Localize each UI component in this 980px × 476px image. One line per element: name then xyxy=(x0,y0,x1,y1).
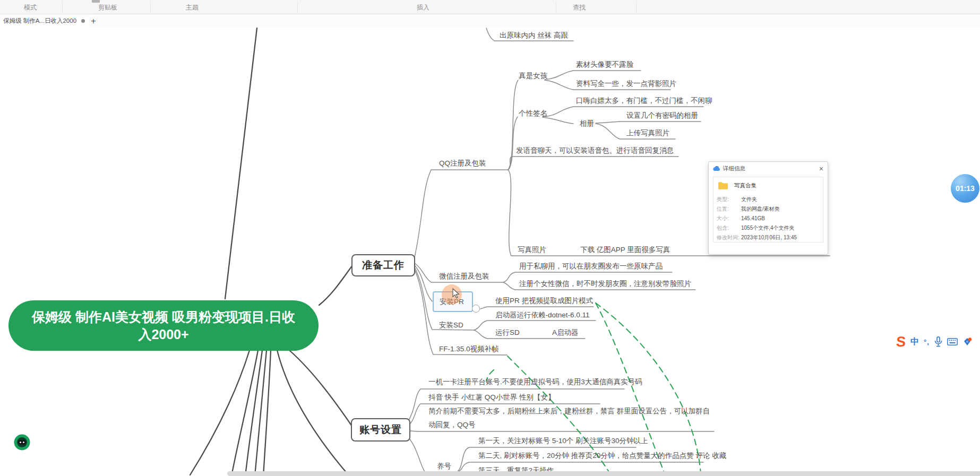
field-value: 145.41GB xyxy=(741,215,765,222)
field-value: 文件夹 xyxy=(741,196,757,203)
document-tab-label: 保姆级 制作A...日收入2000 xyxy=(3,17,76,25)
node-account-setup[interactable]: 账号设置 xyxy=(351,418,410,442)
file-details-dialog: 详细信息 × 写真合集 类型: 文件夹 位置: 我的网盘/素材类 大小: 145… xyxy=(708,161,828,255)
ribbon-group-theme[interactable]: 主题 xyxy=(186,3,199,12)
node-female-wechat[interactable]: 注册个女性微信，时不时发朋友圈，注意别发带脸照片 xyxy=(519,279,691,288)
field-label: 修改时间: xyxy=(717,235,740,241)
central-topic[interactable]: 保姆级 制作AI美女视频 吸男粉变现项目.日收入2000+ xyxy=(8,300,319,351)
node-threshold[interactable]: 口嗨白嫖太多，有门槛，不过门槛，不闲聊 xyxy=(576,96,712,105)
document-tabbar: 保姆级 制作A...日收入2000 + xyxy=(0,14,980,28)
file-name: 写真合集 xyxy=(734,182,757,189)
node-launcher-dependency[interactable]: 启动器运行依赖-dotnet-6.0.11 xyxy=(495,310,590,319)
field-label: 大小: xyxy=(717,215,729,222)
ribbon-separator xyxy=(297,1,298,13)
file-row: 写真合集 xyxy=(718,181,757,189)
node-qq-register[interactable]: QQ注册及包装 xyxy=(439,159,486,168)
node-install-pr[interactable]: 安装PR xyxy=(440,297,464,306)
ribbon-group-mode[interactable]: 模式 xyxy=(24,3,37,12)
ime-punctuation-icon[interactable]: °, xyxy=(924,338,930,346)
node-ff-interpolation[interactable]: FF-1.35.0视频补帧 xyxy=(439,344,499,353)
field-value: 1055个文件,4个文件夹 xyxy=(741,225,795,231)
ribbon-separator xyxy=(150,1,151,13)
node-photo-collection[interactable]: 写真照片 xyxy=(518,245,546,254)
node-upload-photos[interactable]: 上传写真照片 xyxy=(626,128,669,137)
node-day2[interactable]: 第二天, 刷对标账号，20分钟 推荐页20分钟，给点赞量大的作品点赞 评论 收藏 xyxy=(478,451,726,460)
node-original-flavor[interactable]: 出原味内内 丝袜 高跟 xyxy=(500,31,568,40)
node-preparation[interactable]: 准备工作 xyxy=(351,254,415,276)
node-day1[interactable]: 第一天，关注对标账号 5-10个 刷关注账号30分钟以上 xyxy=(478,436,648,445)
node-one-device-one-card[interactable]: 一机一卡注册平台账号.不要使用虚拟号码，使用3大通信商真实号码 xyxy=(428,377,642,386)
assistant-bot-icon[interactable] xyxy=(14,434,30,451)
node-bio-intro[interactable]: 简介前期不需要写太多，后期粉丝上来后，建粉丝群，禁言 群里面设置公告，可以加群自… xyxy=(428,404,715,432)
unsaved-dot-icon xyxy=(81,19,85,23)
titlebar-notch xyxy=(92,0,100,3)
node-pr-extract[interactable]: 使用PR 把视频提取成图片模式 xyxy=(495,296,594,305)
dialog-file-panel: 写真合集 类型: 文件夹 位置: 我的网盘/素材类 大小: 145.41GB 包… xyxy=(713,177,823,243)
dialog-title: 详细信息 xyxy=(723,165,745,172)
node-profile-complete[interactable]: 资料写全一些，发一点背影照片 xyxy=(576,79,676,88)
ribbon-separator xyxy=(62,1,63,13)
node-platforms[interactable]: 抖音 快手 小红薯 QQ小世界 性别【女】 xyxy=(428,393,555,402)
node-album[interactable]: 相册 xyxy=(580,119,594,128)
robot-face-icon xyxy=(14,434,30,451)
field-value: 我的网盘/素材类 xyxy=(741,206,780,212)
ribbon-group-insert[interactable]: 插入 xyxy=(417,3,429,12)
field-label: 位置: xyxy=(717,206,729,212)
ribbon-group-find[interactable]: 查找 xyxy=(573,3,586,12)
node-install-sd[interactable]: 安装SD xyxy=(439,321,463,330)
node-account-nurturing[interactable]: 养号 xyxy=(437,462,451,471)
sogou-logo-icon[interactable]: S xyxy=(896,335,906,349)
node-wechat-register[interactable]: 微信注册及包装 xyxy=(439,272,489,281)
dialog-close-icon[interactable]: × xyxy=(819,165,823,172)
recording-timer-bubble[interactable]: 01:13 xyxy=(951,174,979,203)
node-real-girl[interactable]: 真是女孩 xyxy=(519,71,547,80)
node-private-chat[interactable]: 用于私聊用，可以在朋友圈发布一些原味产品 xyxy=(519,262,663,271)
new-tab-button[interactable]: + xyxy=(87,14,100,28)
dialog-header[interactable]: 详细信息 × xyxy=(709,162,828,176)
microphone-icon[interactable] xyxy=(934,336,942,347)
node-avatar-no-face[interactable]: 素材头像要不露脸 xyxy=(576,60,633,69)
ribbon-separator xyxy=(636,1,637,13)
collapse-handle[interactable] xyxy=(472,305,480,313)
horizontal-scrollbar-thumb[interactable] xyxy=(227,471,980,476)
field-value: 2023年10月06日, 13:45 xyxy=(741,235,797,241)
ribbon-toolbar: 模式 剪贴板 主题 插入 查找 xyxy=(0,0,980,14)
node-voice-chat[interactable]: 发语音聊天，可以安装语音包。进行语音回复消息 xyxy=(516,146,674,155)
ime-toolbar: S 中 °, xyxy=(896,334,972,350)
node-signature[interactable]: 个性签名 xyxy=(519,109,547,118)
field-label: 类型: xyxy=(717,196,729,203)
node-run-sd[interactable]: 运行SD xyxy=(495,328,520,337)
ribbon-separator xyxy=(556,1,556,13)
ime-mode-toggle[interactable]: 中 xyxy=(910,336,919,348)
node-password-albums[interactable]: 设置几个有密码的相册 xyxy=(626,111,698,120)
ribbon-group-clipboard[interactable]: 剪贴板 xyxy=(98,3,117,12)
node-a-launcher[interactable]: A启动器 xyxy=(552,328,579,337)
cloud-drive-icon xyxy=(713,166,720,171)
folder-icon xyxy=(718,181,728,189)
field-label: 包含: xyxy=(717,225,729,231)
keyboard-icon[interactable] xyxy=(947,338,958,345)
node-download-app[interactable]: 下载 亿图APP 里面很多写真 xyxy=(580,245,670,254)
document-tab[interactable]: 保姆级 制作A...日收入2000 xyxy=(0,14,90,28)
toolbox-icon[interactable] xyxy=(962,337,972,347)
